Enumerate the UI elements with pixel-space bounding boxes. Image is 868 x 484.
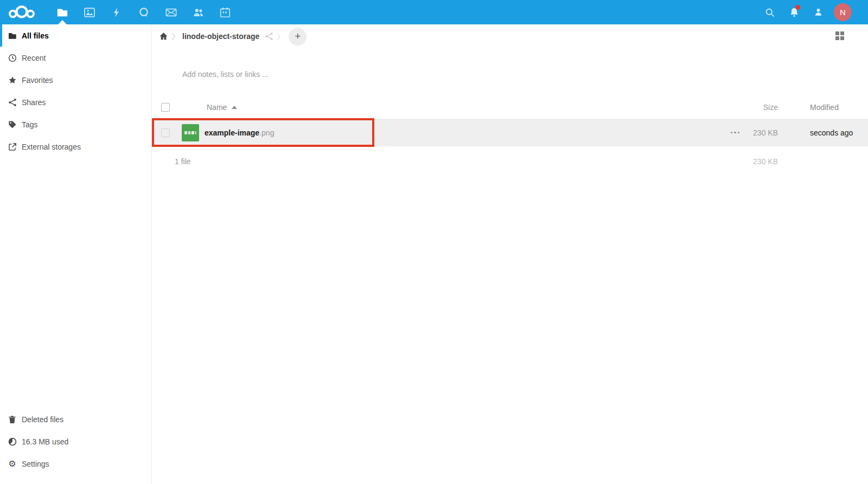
sidebar-item-label: Deleted files bbox=[22, 415, 63, 424]
grid-icon bbox=[840, 31, 844, 35]
talk-bubble-icon bbox=[138, 7, 150, 18]
app-activity[interactable] bbox=[103, 0, 130, 24]
file-modified: seconds ago bbox=[778, 128, 868, 137]
sidebar-item-external-storages[interactable]: External storages bbox=[0, 135, 151, 158]
breadcrumb: linode-object-storage + bbox=[152, 24, 868, 48]
app-calendar[interactable] bbox=[212, 0, 239, 24]
folder-icon bbox=[56, 7, 68, 18]
people-icon bbox=[192, 7, 205, 18]
lightning-icon bbox=[111, 7, 122, 18]
grid-icon bbox=[835, 36, 839, 40]
file-row[interactable]: example-image.png 230 KB seconds ago bbox=[152, 119, 868, 146]
file-basename: example-image bbox=[205, 128, 259, 137]
sidebar-item-shares[interactable]: Shares bbox=[0, 91, 151, 113]
file-table: Name Size Modified example-image.png bbox=[152, 96, 868, 177]
home-icon[interactable] bbox=[159, 32, 168, 41]
app-mail[interactable] bbox=[157, 0, 184, 24]
chevron-right-icon bbox=[277, 33, 281, 41]
sidebar-item-settings[interactable]: ⚙ Settings bbox=[0, 453, 151, 475]
sidebar-item-label: Settings bbox=[22, 460, 49, 468]
quota-pie-icon bbox=[8, 437, 17, 446]
file-thumbnail bbox=[182, 124, 199, 141]
file-extension: .png bbox=[259, 128, 274, 137]
files-content: linode-object-storage + Add notes, lists… bbox=[152, 24, 868, 484]
file-count-summary: 1 file bbox=[175, 157, 191, 166]
app-talk[interactable] bbox=[130, 0, 157, 24]
star-icon bbox=[8, 75, 17, 85]
notification-badge bbox=[795, 5, 800, 10]
sidebar-item-deleted-files[interactable]: Deleted files bbox=[0, 408, 151, 430]
sidebar-item-recent[interactable]: Recent bbox=[0, 47, 151, 69]
folder-icon bbox=[8, 31, 17, 40]
calendar-icon bbox=[219, 7, 231, 18]
grid-icon bbox=[840, 36, 844, 40]
clock-icon bbox=[8, 53, 17, 62]
notifications-button[interactable] bbox=[782, 0, 806, 24]
column-header-name[interactable]: Name bbox=[207, 103, 227, 112]
sort-ascending-icon[interactable] bbox=[232, 106, 237, 109]
sidebar-item-label: Shares bbox=[22, 98, 46, 107]
mail-icon bbox=[165, 7, 177, 18]
notes-input[interactable]: Add notes, lists or links ... bbox=[182, 70, 868, 79]
app-files[interactable] bbox=[49, 0, 76, 24]
user-avatar[interactable]: N bbox=[834, 3, 852, 21]
sidebar-item-label: External storages bbox=[22, 143, 81, 151]
sidebar-item-label: 16.3 MB used bbox=[22, 437, 68, 446]
search-button[interactable] bbox=[757, 0, 782, 24]
gear-icon: ⚙ bbox=[8, 459, 17, 468]
tag-icon bbox=[8, 120, 17, 129]
search-icon bbox=[764, 7, 775, 18]
grid-view-toggle[interactable] bbox=[835, 31, 845, 41]
sidebar-item-label: Recent bbox=[22, 54, 46, 62]
sidebar-item-label: Favorites bbox=[22, 76, 53, 85]
file-size: 230 KB bbox=[749, 128, 778, 137]
active-app-indicator bbox=[58, 20, 67, 24]
top-bar: N bbox=[0, 0, 868, 24]
select-all-checkbox[interactable] bbox=[161, 103, 170, 112]
trash-icon bbox=[8, 415, 17, 424]
share-folder-icon[interactable] bbox=[265, 32, 273, 41]
sidebar-item-quota[interactable]: 16.3 MB used bbox=[0, 430, 151, 453]
app-menu bbox=[49, 0, 239, 24]
table-summary-row: 1 file 230 KB bbox=[152, 146, 868, 177]
top-bar-right: N bbox=[757, 0, 868, 24]
external-link-icon bbox=[8, 142, 17, 151]
photos-icon bbox=[84, 7, 95, 18]
new-file-button[interactable]: + bbox=[289, 28, 307, 46]
share-icon bbox=[8, 98, 17, 107]
sidebar-item-favorites[interactable]: Favorites bbox=[0, 69, 151, 91]
total-size-summary: 230 KB bbox=[753, 157, 778, 166]
file-actions-menu[interactable] bbox=[731, 128, 740, 137]
app-contacts[interactable] bbox=[184, 0, 212, 24]
app-photos[interactable] bbox=[76, 0, 103, 24]
file-name[interactable]: example-image.png bbox=[205, 128, 274, 137]
chevron-right-icon bbox=[171, 33, 176, 41]
column-header-size[interactable]: Size bbox=[749, 103, 778, 112]
contacts-menu-button[interactable] bbox=[806, 0, 831, 24]
sidebar-item-tags[interactable]: Tags bbox=[0, 113, 151, 135]
breadcrumb-folder[interactable]: linode-object-storage bbox=[182, 32, 259, 41]
sidebar-footer: Deleted files 16.3 MB used ⚙ Settings bbox=[0, 408, 151, 475]
sidebar-item-label: All files bbox=[22, 31, 49, 40]
row-checkbox[interactable] bbox=[161, 128, 170, 137]
sidebar-item-label: Tags bbox=[22, 120, 38, 129]
nextcloud-logo[interactable] bbox=[8, 4, 36, 21]
contact-icon bbox=[813, 7, 824, 17]
column-header-modified[interactable]: Modified bbox=[778, 103, 868, 112]
sidebar-item-all-files[interactable]: All files bbox=[0, 24, 151, 47]
grid-icon bbox=[835, 31, 839, 35]
files-sidebar: All files Recent Favorites Shares Tags E… bbox=[0, 24, 152, 484]
table-header-row: Name Size Modified bbox=[152, 96, 868, 119]
